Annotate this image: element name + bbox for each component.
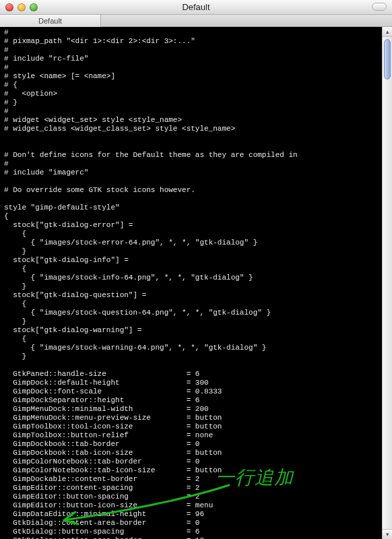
scroll-down-icon[interactable]: ▾ (383, 529, 392, 539)
window-title: Default (0, 2, 392, 12)
scroll-thumb[interactable] (384, 39, 391, 80)
tab-default[interactable]: Default (0, 15, 101, 27)
scroll-up-icon[interactable]: ▴ (383, 27, 392, 37)
tab-bar: Default (0, 15, 392, 27)
editor-viewport[interactable]: # # pixmap_path "<dir 1>:<dir 2>:<dir 3>… (0, 27, 392, 539)
vertical-scrollbar[interactable]: ▴ ▾ (382, 27, 392, 539)
toolbar-pill-icon[interactable] (372, 3, 387, 11)
titlebar: Default (0, 0, 392, 15)
